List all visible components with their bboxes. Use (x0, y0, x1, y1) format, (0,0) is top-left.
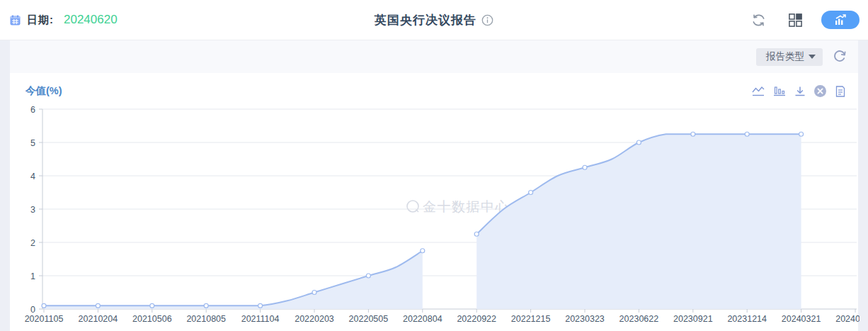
line-chart-icon (751, 85, 765, 98)
y-tick-label: 4 (30, 172, 35, 181)
x-tick-label: 20221215 (511, 314, 551, 324)
data-point[interactable] (636, 140, 641, 145)
x-tick-label: 20210506 (132, 314, 172, 324)
x-tick-label: 20201105 (25, 314, 64, 324)
sync-button[interactable] (750, 12, 767, 28)
date-label: 日期: (27, 13, 54, 27)
x-tick-label: 20220505 (349, 314, 389, 324)
page-title: 英国央行决议报告 (375, 12, 476, 28)
data-point[interactable] (529, 191, 533, 195)
chart-toolbox (751, 84, 854, 98)
close-circle-icon (813, 84, 827, 98)
data-point[interactable] (42, 303, 46, 308)
date-picker[interactable]: 日期: 20240620 (0, 13, 118, 27)
x-tick-label: 20220922 (457, 314, 496, 324)
calendar-icon[interactable] (10, 15, 21, 26)
download-image-button[interactable] (794, 85, 806, 98)
trend-chart-icon (833, 14, 847, 26)
series-area (476, 134, 801, 309)
series-label: 今值(%) (25, 84, 62, 98)
close-chart-button[interactable] (813, 84, 827, 98)
data-point[interactable] (312, 291, 316, 295)
chevron-down-icon (809, 55, 816, 59)
y-axis-labels: 0123456 (30, 105, 35, 315)
main-content: 报告类型 今值(%) (10, 40, 858, 331)
refresh-button[interactable] (833, 50, 847, 64)
series-area (44, 251, 423, 309)
data-point[interactable] (150, 303, 154, 308)
x-tick-label: 20210805 (186, 314, 226, 324)
sync-icon (750, 12, 767, 28)
data-point[interactable] (421, 249, 425, 253)
report-type-label: 报告类型 (766, 50, 804, 63)
report-type-dropdown[interactable]: 报告类型 (756, 48, 823, 66)
grid-icon (788, 13, 803, 28)
app-header: 日期: 20240620 英国央行决议报告 (0, 0, 868, 40)
x-tick-label: 20220804 (403, 314, 442, 324)
dashboard-grid-button[interactable] (788, 13, 803, 28)
y-tick-label: 6 (30, 105, 35, 115)
y-tick-label: 5 (30, 138, 35, 148)
date-value[interactable]: 20240620 (64, 13, 118, 27)
data-view-icon (834, 85, 847, 98)
y-tick-label: 3 (30, 205, 35, 215)
x-tick-label: 20240620 (835, 314, 860, 324)
data-point[interactable] (96, 303, 100, 308)
watermark-text: 金十数据中心 (423, 199, 510, 214)
series-area-line (44, 134, 801, 309)
data-view-button[interactable] (834, 85, 847, 98)
data-point[interactable] (799, 132, 804, 136)
filter-bar: 报告类型 (10, 40, 858, 73)
download-icon (794, 85, 806, 98)
y-tick-label: 2 (30, 238, 35, 248)
data-point[interactable] (691, 132, 695, 136)
x-axis-labels: 2020110520210204202105062021080520211104… (25, 309, 860, 324)
chart-card: 今值(%) (10, 73, 858, 331)
x-tick-label: 20231214 (727, 314, 767, 324)
x-tick-label: 20230921 (673, 314, 713, 324)
data-point[interactable] (474, 232, 479, 236)
data-point[interactable] (258, 303, 263, 308)
x-tick-label: 20240321 (782, 314, 821, 324)
data-point[interactable] (204, 303, 208, 308)
x-tick-label: 20211104 (241, 314, 280, 324)
y-tick-label: 1 (30, 271, 35, 281)
y-tick-label: 0 (30, 305, 35, 315)
line-chart-toggle[interactable] (751, 85, 765, 98)
info-icon[interactable] (481, 14, 493, 26)
rate-chart[interactable]: 0123456202011052021020420210506202108052… (10, 100, 860, 331)
x-tick-label: 20210204 (79, 314, 118, 324)
bar-chart-icon (772, 85, 787, 98)
x-tick-label: 20230323 (565, 314, 605, 324)
watermark: 金十数据中心 (407, 199, 510, 214)
bar-chart-toggle[interactable] (772, 85, 787, 98)
x-tick-label: 20220203 (295, 314, 334, 324)
chart-mode-button[interactable] (821, 11, 860, 29)
refresh-icon (833, 50, 847, 64)
data-point[interactable] (366, 274, 370, 278)
x-tick-label: 20230622 (619, 314, 659, 324)
data-point[interactable] (745, 132, 749, 136)
data-point[interactable] (583, 165, 587, 169)
